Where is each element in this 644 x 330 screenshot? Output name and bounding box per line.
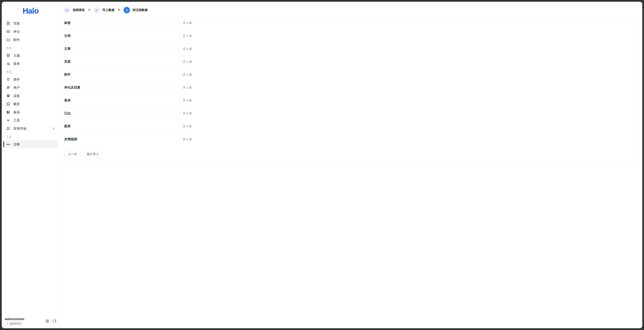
sidebar-item-label: 评论 (13, 30, 20, 34)
sidebar-item-label: 概览 (13, 102, 20, 106)
sidebar-item-label: 备份 (13, 110, 20, 114)
row-label: 页面 (64, 60, 71, 64)
sidebar-item-label: 应用市场 (13, 127, 26, 131)
user-name: Administrator (5, 317, 24, 321)
group-appearance-label: 外观 (4, 44, 58, 51)
sidebar-footer: Administrator 超级管理员 (2, 314, 60, 326)
row-count: 共 4 条 (183, 99, 192, 102)
row-label: 菜单 (64, 98, 71, 102)
svg-point-23 (7, 129, 8, 130)
sidebar-item-market[interactable]: 应用市场 (4, 124, 58, 133)
folder-icon (6, 38, 10, 42)
execute-import-button[interactable]: 执行导入 (83, 150, 102, 158)
sidebar: Halo 页面 评论 附件 外观 主题 菜单 (2, 2, 60, 328)
svg-rect-3 (7, 30, 10, 32)
sidebar-item-settings[interactable]: 设置 (4, 92, 58, 100)
step-3: 3 待迁移数据 (124, 7, 148, 13)
step-label: 选择渠道 (73, 8, 85, 12)
sidebar-item-label: 用户 (13, 86, 20, 90)
row-count: 共 0 条 (183, 112, 192, 115)
list-icon (6, 62, 10, 66)
logout-icon[interactable] (52, 319, 56, 324)
sidebar-item-label: 主题 (13, 54, 20, 58)
svg-point-15 (8, 95, 9, 96)
data-row: 文章共 1 条 (64, 42, 192, 55)
brand-logo: Halo (23, 6, 38, 15)
step-2: 导入数据 (94, 7, 114, 13)
svg-point-4 (8, 31, 8, 32)
row-count: 共 1 条 (183, 47, 192, 51)
profile-icon[interactable] (45, 319, 49, 324)
sidebar-item-tools[interactable]: 工具 (4, 116, 58, 124)
sidebar-item-users[interactable]: 用户 (4, 84, 58, 92)
sidebar-item-plugins[interactable]: 插件 (4, 75, 58, 84)
svg-point-19 (7, 111, 8, 112)
row-label: 分类 (64, 34, 71, 38)
data-row: 友情链接共 0 条 (64, 133, 192, 146)
data-row: 页面共 1 条 (64, 55, 192, 68)
svg-point-26 (46, 320, 49, 323)
sidebar-item-label: 页面 (13, 21, 20, 26)
page-icon (6, 21, 10, 26)
row-count: 共 0 条 (183, 137, 192, 141)
prev-button[interactable]: 上一步 (64, 150, 80, 158)
svg-point-20 (7, 113, 8, 113)
svg-point-22 (8, 127, 10, 128)
row-count: 共 0 条 (183, 73, 192, 77)
data-row: 附件共 0 条 (64, 68, 192, 81)
sidebar-item-pages[interactable]: 页面 (4, 19, 58, 27)
row-label: 图库 (64, 124, 71, 128)
step-1: 选择渠道 (64, 7, 85, 13)
sidebar-item-label: 工具 (13, 118, 20, 123)
role-badge: 超级管理员 (5, 322, 23, 326)
comment-icon (6, 29, 10, 34)
data-row: 标签共 0 条 (64, 16, 192, 29)
svg-point-21 (7, 127, 8, 128)
row-label: 评论及回复 (64, 85, 80, 90)
sidebar-item-backup[interactable]: 备份 (4, 108, 58, 116)
step-label: 待迁移数据 (132, 8, 148, 12)
server-icon (6, 110, 10, 114)
tools-icon (6, 118, 10, 123)
svg-point-7 (8, 55, 8, 55)
row-label: 文章 (64, 47, 71, 51)
svg-point-14 (9, 87, 10, 87)
row-count: 共 1 条 (183, 34, 192, 38)
step-check-icon (64, 7, 70, 13)
sidebar-item-comments[interactable]: 评论 (4, 27, 58, 36)
data-row: 评论及回复共 1 条 (64, 81, 192, 94)
group-system-label: 系统 (4, 68, 58, 75)
sidebar-item-label: 插件 (13, 77, 20, 82)
svg-rect-16 (7, 103, 10, 105)
row-count: 共 0 条 (183, 124, 192, 128)
row-label: 友情链接 (64, 137, 77, 141)
row-label: 日志 (64, 111, 71, 115)
role-label: 超级管理员 (10, 322, 21, 325)
sidebar-item-label: 设置 (13, 94, 20, 98)
sidebar-item-themes[interactable]: 主题 (4, 51, 58, 60)
data-row: 分类共 1 条 (64, 29, 192, 42)
svg-point-25 (7, 323, 8, 324)
gear-icon (6, 94, 10, 98)
sidebar-item-label: 迁移 (13, 142, 20, 146)
svg-point-5 (8, 31, 9, 32)
plug-icon (6, 77, 10, 82)
sidebar-item-menus[interactable]: 菜单 (4, 60, 58, 68)
terminal-icon (6, 102, 10, 106)
data-row: 图库共 0 条 (64, 120, 192, 133)
svg-point-24 (8, 129, 10, 130)
step-check-icon (94, 7, 100, 13)
row-count: 共 1 条 (183, 86, 192, 90)
sidebar-item-label: 菜单 (13, 62, 20, 66)
svg-point-6 (7, 55, 8, 55)
row-label: 标签 (64, 21, 71, 25)
step-number-badge: 3 (124, 7, 130, 13)
sidebar-item-attachments[interactable]: 附件 (4, 36, 58, 44)
chevron-right-icon (52, 127, 55, 131)
sidebar-item-migrate[interactable]: 迁移 (4, 140, 58, 148)
data-row: 日志共 0 条 (64, 107, 192, 120)
sidebar-item-label: 附件 (13, 38, 20, 42)
row-label: 附件 (64, 73, 71, 77)
step-separator-icon (118, 8, 120, 12)
sidebar-item-overview[interactable]: 概览 (4, 100, 58, 108)
